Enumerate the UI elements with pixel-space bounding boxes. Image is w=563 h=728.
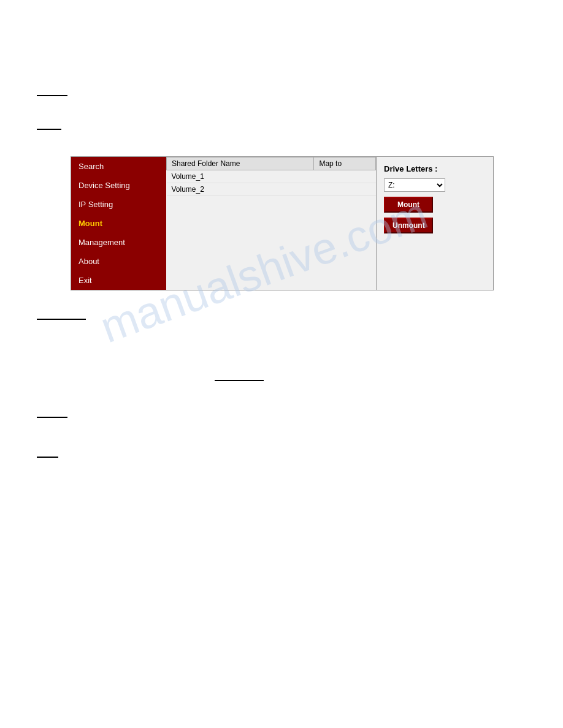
decorative-line-6 xyxy=(37,457,58,458)
table-row[interactable]: Volume_2 xyxy=(167,183,376,196)
col-header-map-to: Map to xyxy=(314,157,376,170)
folder-name-cell: Volume_1 xyxy=(167,170,314,183)
sidebar-item-management[interactable]: Management xyxy=(71,233,166,252)
sidebar-item-search[interactable]: Search xyxy=(71,157,166,176)
sidebar-item-ip-setting[interactable]: IP Setting xyxy=(71,195,166,214)
main-content: Shared Folder Name Map to Volume_1 Volum… xyxy=(166,157,493,290)
sidebar-item-device-setting[interactable]: Device Setting xyxy=(71,176,166,195)
sidebar-item-exit[interactable]: Exit xyxy=(71,271,166,290)
unmount-button[interactable]: Unmount xyxy=(384,218,433,233)
drive-letters-label: Drive Letters : xyxy=(384,164,437,173)
table-row[interactable]: Volume_1 xyxy=(167,170,376,183)
col-header-folder-name: Shared Folder Name xyxy=(167,157,314,170)
drive-panel: Drive Letters : Z: Y: X: W: V: U: Mount … xyxy=(377,157,493,290)
mount-button[interactable]: Mount xyxy=(384,197,433,213)
folder-table: Shared Folder Name Map to Volume_1 Volum… xyxy=(166,157,376,196)
folder-name-cell: Volume_2 xyxy=(167,183,314,196)
map-to-cell xyxy=(314,170,376,183)
decorative-line-5 xyxy=(37,417,67,418)
folder-panel: Shared Folder Name Map to Volume_1 Volum… xyxy=(166,157,377,290)
app-container: Search Device Setting IP Setting Mount M… xyxy=(71,156,494,290)
drive-letters-select[interactable]: Z: Y: X: W: V: U: xyxy=(384,178,445,192)
decorative-line-4 xyxy=(215,380,264,381)
decorative-line-2 xyxy=(37,129,61,130)
sidebar: Search Device Setting IP Setting Mount M… xyxy=(71,157,166,290)
decorative-line-1 xyxy=(37,95,67,96)
sidebar-item-about[interactable]: About xyxy=(71,252,166,271)
map-to-cell xyxy=(314,183,376,196)
sidebar-item-mount[interactable]: Mount xyxy=(71,214,166,233)
decorative-line-3 xyxy=(37,319,86,320)
